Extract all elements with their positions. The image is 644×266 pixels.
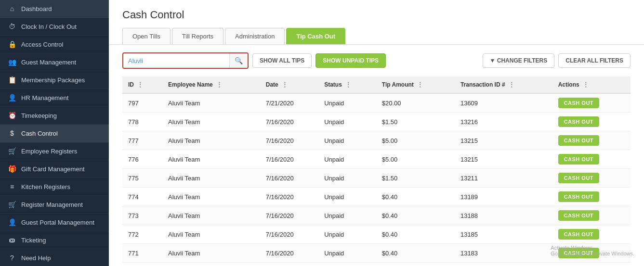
cell-date: 7/16/2020 bbox=[260, 113, 318, 131]
content-area: 🔍 SHOW ALL TIPS SHOW UNPAID TIPS ▼ CHANG… bbox=[109, 45, 644, 266]
search-input-wrapper: 🔍 bbox=[122, 52, 249, 69]
cell-date: 7/16/2020 bbox=[260, 188, 318, 206]
sidebar-icon-guest-portal-management: 👤 bbox=[8, 218, 16, 226]
col-header-transaction-id: Transaction ID #⋮ bbox=[455, 76, 552, 93]
sidebar-label-kitchen-registers: Kitchen Registers bbox=[21, 183, 70, 190]
cell-transaction-id: 13185 bbox=[455, 225, 552, 244]
col-menu-icon-transaction-id[interactable]: ⋮ bbox=[508, 81, 515, 89]
search-button[interactable]: 🔍 bbox=[229, 53, 248, 68]
sidebar-icon-guest-management: 👥 bbox=[8, 58, 16, 66]
cell-status: Unpaid bbox=[318, 225, 376, 244]
cell-status: Unpaid bbox=[318, 93, 376, 113]
sidebar-label-cash-control: Cash Control bbox=[21, 130, 58, 137]
cash-out-button[interactable]: CASH OUT bbox=[558, 116, 599, 127]
show-unpaid-tips-button[interactable]: SHOW UNPAID TIPS bbox=[315, 53, 386, 68]
cell-tip-amount: $20.00 bbox=[376, 93, 455, 113]
sidebar-icon-employee-registers: 🛒 bbox=[8, 147, 16, 155]
cell-date: 7/16/2020 bbox=[260, 150, 318, 169]
sidebar-item-register-management[interactable]: 🛒Register Management bbox=[0, 196, 109, 214]
cell-date: 7/16/2020 bbox=[260, 244, 318, 263]
sidebar-label-ticketing: Ticketing bbox=[21, 237, 46, 244]
sidebar-item-cash-control[interactable]: $Cash Control bbox=[0, 125, 109, 142]
sidebar-item-guest-portal-management[interactable]: 👤Guest Portal Management bbox=[0, 214, 109, 231]
col-menu-icon-employee-name[interactable]: ⋮ bbox=[216, 81, 223, 89]
sidebar-item-clock-in-out[interactable]: ⏱Clock In / Clock Out bbox=[0, 18, 109, 36]
cell-id: 778 bbox=[122, 113, 162, 131]
sidebar-label-employee-registers: Employee Registers bbox=[21, 148, 77, 155]
sidebar-icon-register-management: 🛒 bbox=[8, 201, 16, 208]
cash-out-button[interactable]: CASH OUT bbox=[558, 191, 599, 202]
cell-transaction-id: 13188 bbox=[455, 206, 552, 225]
table-row: 774Aluvii Team7/16/2020Unpaid$0.4013189C… bbox=[122, 188, 631, 206]
tab-till-reports[interactable]: Till Reports bbox=[172, 28, 223, 44]
col-header-actions: Actions⋮ bbox=[552, 76, 631, 93]
cell-transaction-id: 13183 bbox=[455, 244, 552, 263]
cell-transaction-id: 13609 bbox=[455, 93, 552, 113]
cell-employee-name: Aluvii Team bbox=[162, 244, 260, 263]
main-content: Cash Control Open TillsTill ReportsAdmin… bbox=[109, 0, 644, 266]
search-bar: 🔍 SHOW ALL TIPS SHOW UNPAID TIPS ▼ CHANG… bbox=[122, 52, 631, 69]
cell-tip-amount: $5.00 bbox=[376, 150, 455, 169]
sidebar-icon-clock-in-out: ⏱ bbox=[8, 23, 16, 30]
page-title: Cash Control bbox=[122, 9, 631, 21]
col-menu-icon-status[interactable]: ⋮ bbox=[345, 81, 352, 89]
sidebar-icon-gift-card-management: 🎁 bbox=[8, 165, 16, 173]
sidebar-icon-kitchen-registers: ≡ bbox=[8, 183, 16, 190]
sidebar-item-access-control[interactable]: 🔒Access Control bbox=[0, 36, 109, 53]
sidebar-item-guest-management[interactable]: 👥Guest Management bbox=[0, 53, 109, 71]
cell-employee-name: Aluvii Team bbox=[162, 225, 260, 244]
table-body: 797Aluvii Team7/21/2020Unpaid$20.0013609… bbox=[122, 93, 631, 263]
sidebar-icon-hr-management: 👤 bbox=[8, 94, 16, 101]
cell-status: Unpaid bbox=[318, 131, 376, 150]
page-header: Cash Control Open TillsTill ReportsAdmin… bbox=[109, 0, 644, 45]
sidebar-item-membership-packages[interactable]: 📋Membership Packages bbox=[0, 71, 109, 89]
col-menu-icon-id[interactable]: ⋮ bbox=[137, 81, 144, 89]
cash-out-button[interactable]: CASH OUT bbox=[558, 154, 599, 165]
cash-out-button[interactable]: CASH OUT bbox=[558, 210, 599, 221]
tab-tip-cash-out[interactable]: Tip Cash Out bbox=[286, 28, 345, 44]
sidebar-icon-membership-packages: 📋 bbox=[8, 76, 16, 84]
cash-out-button[interactable]: CASH OUT bbox=[558, 135, 599, 146]
table-row: 797Aluvii Team7/21/2020Unpaid$20.0013609… bbox=[122, 93, 631, 113]
col-menu-icon-actions[interactable]: ⋮ bbox=[582, 81, 589, 89]
sidebar-item-timekeeping[interactable]: ⏰Timekeeping bbox=[0, 107, 109, 125]
change-filters-button[interactable]: ▼ CHANGE FILTERS bbox=[483, 53, 555, 68]
clear-all-filters-button[interactable]: CLEAR ALL FILTERS bbox=[558, 53, 631, 68]
show-all-tips-button[interactable]: SHOW ALL TIPS bbox=[252, 53, 312, 68]
sidebar-item-hr-management[interactable]: 👤HR Management bbox=[0, 89, 109, 107]
cell-employee-name: Aluvii Team bbox=[162, 169, 260, 188]
sidebar-label-hr-management: HR Management bbox=[21, 94, 68, 101]
table-row: 777Aluvii Team7/16/2020Unpaid$5.0013215C… bbox=[122, 131, 631, 150]
table-row: 778Aluvii Team7/16/2020Unpaid$1.5013216C… bbox=[122, 113, 631, 131]
cell-status: Unpaid bbox=[318, 150, 376, 169]
sidebar-label-guest-management: Guest Management bbox=[21, 59, 76, 66]
col-menu-icon-tip-amount[interactable]: ⋮ bbox=[417, 81, 423, 89]
cell-id: 774 bbox=[122, 188, 162, 206]
sidebar-icon-ticketing: 🎟 bbox=[8, 236, 16, 244]
sidebar-item-need-help[interactable]: ?Need Help bbox=[0, 249, 109, 266]
tab-open-tills[interactable]: Open Tills bbox=[122, 28, 171, 44]
col-menu-icon-date[interactable]: ⋮ bbox=[281, 81, 288, 89]
sidebar-icon-access-control: 🔒 bbox=[8, 40, 16, 48]
search-input[interactable] bbox=[123, 54, 229, 68]
cash-out-button[interactable]: CASH OUT bbox=[558, 229, 599, 240]
sidebar-icon-dashboard: ⌂ bbox=[8, 5, 16, 13]
cell-tip-amount: $1.50 bbox=[376, 113, 455, 131]
cash-out-button[interactable]: CASH OUT bbox=[558, 98, 599, 108]
cell-status: Unpaid bbox=[318, 113, 376, 131]
sidebar-item-dashboard[interactable]: ⌂Dashboard bbox=[0, 0, 109, 18]
col-header-tip-amount: Tip Amount⋮ bbox=[376, 76, 455, 93]
cell-date: 7/21/2020 bbox=[260, 93, 318, 113]
sidebar-item-gift-card-management[interactable]: 🎁Gift Card Management bbox=[0, 160, 109, 178]
cash-out-button[interactable]: CASH OUT bbox=[558, 173, 599, 183]
cell-employee-name: Aluvii Team bbox=[162, 131, 260, 150]
col-header-id: ID⋮ bbox=[122, 76, 162, 93]
cell-employee-name: Aluvii Team bbox=[162, 188, 260, 206]
tab-administration[interactable]: Administration bbox=[225, 28, 285, 44]
sidebar-item-employee-registers[interactable]: 🛒Employee Registers bbox=[0, 142, 109, 160]
sidebar-item-kitchen-registers[interactable]: ≡Kitchen Registers bbox=[0, 178, 109, 196]
cell-status: Unpaid bbox=[318, 244, 376, 263]
sidebar-item-ticketing[interactable]: 🎟Ticketing bbox=[0, 231, 109, 249]
cell-id: 775 bbox=[122, 169, 162, 188]
cash-out-button[interactable]: CASH OUT bbox=[558, 248, 599, 258]
